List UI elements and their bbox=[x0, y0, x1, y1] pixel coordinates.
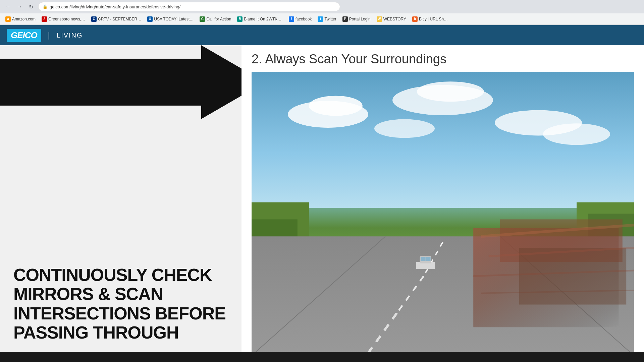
address-bar[interactable]: 🔒 geico.com/living/driving/auto/car-safe… bbox=[38, 2, 340, 11]
bookmark-label-bitly: Bitly | URL Sh… bbox=[419, 17, 448, 21]
bookmark-label-amazon: Amazon.com bbox=[12, 17, 36, 21]
bookmark-label-twitter: Twitter bbox=[324, 17, 336, 21]
favicon-twitter: t bbox=[318, 16, 323, 22]
right-arrow-icon bbox=[0, 45, 241, 119]
bookmark-webstory[interactable]: W WEBSTORY bbox=[374, 15, 409, 23]
browser-titlebar: ← → ↻ 🔒 geico.com/living/driving/auto/ca… bbox=[0, 0, 644, 13]
bookmark-label-greensboro: Greensboro news,… bbox=[48, 17, 85, 21]
bookmark-blame[interactable]: B Blame It On 2WTK:… bbox=[234, 15, 285, 23]
arrow-container bbox=[0, 45, 241, 119]
browser-chrome: ← → ↻ 🔒 geico.com/living/driving/auto/ca… bbox=[0, 0, 644, 25]
favicon-crtv: C bbox=[91, 16, 97, 22]
svg-point-7 bbox=[543, 123, 610, 145]
left-panel: CONTINUOUSLY CHECK MIRRORS & SCAN INTERS… bbox=[0, 45, 241, 362]
svg-rect-22 bbox=[426, 257, 431, 261]
back-button[interactable]: ← bbox=[3, 2, 13, 11]
bottom-bar bbox=[0, 352, 644, 362]
favicon-portallogin: P bbox=[342, 16, 348, 22]
svg-rect-21 bbox=[421, 257, 426, 261]
geico-section: LIVING bbox=[57, 32, 83, 39]
bookmark-amazon[interactable]: a Amazon.com bbox=[3, 15, 38, 23]
road-image bbox=[252, 72, 634, 356]
right-panel: 2. Always Scan Your Surroundings bbox=[241, 45, 644, 362]
bookmark-crtv[interactable]: C CRTV - SEPTEMBER… bbox=[89, 15, 144, 23]
bookmark-facebook[interactable]: f facebook bbox=[286, 15, 315, 23]
favicon-callforaction: C bbox=[200, 16, 205, 22]
road-scene bbox=[252, 72, 634, 356]
bookmark-label-usatoday: USA TODAY: Latest… bbox=[154, 17, 194, 21]
svg-point-3 bbox=[309, 96, 363, 116]
url-text: geico.com/living/driving/auto/car-safety… bbox=[50, 4, 180, 9]
page-content: GEICO | LIVING CONTINUOUSLY CHECK MIRROR… bbox=[0, 25, 644, 362]
svg-rect-25 bbox=[519, 248, 626, 304]
bookmark-usatoday[interactable]: U USA TODAY: Latest… bbox=[145, 15, 196, 23]
favicon-bitly: b bbox=[412, 16, 418, 22]
favicon-webstory: W bbox=[377, 16, 382, 22]
bookmark-label-portallogin: Portal Login bbox=[349, 17, 371, 21]
favicon-greensboro: 2 bbox=[42, 16, 47, 22]
bookmark-label-blame: Blame It On 2WTK:… bbox=[244, 17, 282, 21]
geico-header: GEICO | LIVING bbox=[0, 25, 644, 45]
bookmark-callforaction[interactable]: C Call for Action bbox=[197, 15, 234, 23]
bookmarks-bar: a Amazon.com 2 Greensboro news,… C CRTV … bbox=[0, 13, 644, 25]
bookmark-twitter[interactable]: t Twitter bbox=[315, 15, 339, 23]
section-title: 2. Always Scan Your Surroundings bbox=[252, 52, 634, 66]
favicon-usatoday: U bbox=[147, 16, 153, 22]
bookmark-label-crtv: CRTV - SEPTEMBER… bbox=[98, 17, 141, 21]
bookmark-label-webstory: WEBSTORY bbox=[383, 17, 406, 21]
svg-point-5 bbox=[417, 81, 484, 102]
bookmark-label-facebook: facebook bbox=[296, 17, 312, 21]
lock-icon: 🔒 bbox=[43, 4, 48, 9]
bookmark-label-callforaction: Call for Action bbox=[206, 17, 231, 21]
favicon-blame: B bbox=[237, 16, 243, 22]
geico-logo: GEICO bbox=[7, 29, 41, 42]
tip-text: CONTINUOUSLY CHECK MIRRORS & SCAN INTERS… bbox=[13, 265, 235, 342]
main-area: CONTINUOUSLY CHECK MIRRORS & SCAN INTERS… bbox=[0, 45, 644, 362]
svg-point-8 bbox=[374, 119, 435, 138]
forward-button[interactable]: → bbox=[15, 2, 24, 11]
bookmark-portallogin[interactable]: P Portal Login bbox=[340, 15, 373, 23]
reload-button[interactable]: ↻ bbox=[26, 2, 36, 11]
favicon-facebook: f bbox=[289, 16, 294, 22]
nav-buttons: ← → ↻ bbox=[3, 2, 36, 11]
bookmark-bitly[interactable]: b Bitly | URL Sh… bbox=[410, 15, 450, 23]
header-divider: | bbox=[48, 31, 50, 40]
road-illustration bbox=[252, 72, 634, 356]
favicon-amazon: a bbox=[5, 16, 11, 22]
svg-marker-0 bbox=[0, 45, 241, 119]
tip-text-container: CONTINUOUSLY CHECK MIRRORS & SCAN INTERS… bbox=[13, 265, 235, 342]
bookmark-greensboro[interactable]: 2 Greensboro news,… bbox=[39, 15, 88, 23]
